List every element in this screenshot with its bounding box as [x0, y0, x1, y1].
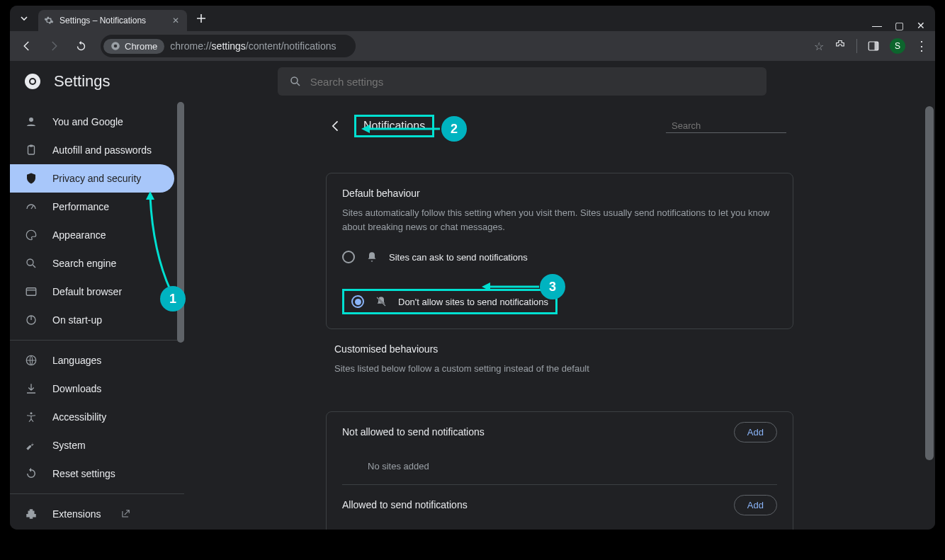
- search-icon: [289, 75, 302, 88]
- search-icon: [24, 257, 38, 270]
- profile-avatar[interactable]: S: [890, 38, 905, 54]
- settings-main: Notifications Default behaviour Sites au…: [184, 102, 935, 530]
- sidebar-item-languages[interactable]: Languages: [10, 346, 174, 375]
- palette-icon: [24, 229, 38, 241]
- sidebar-item-appearance[interactable]: Appearance: [10, 221, 174, 249]
- speedometer-icon: [24, 200, 38, 213]
- chrome-icon: [111, 41, 120, 51]
- sidebar-item-autofill[interactable]: Autofill and passwords: [10, 136, 174, 164]
- power-icon: [24, 314, 38, 326]
- browser-window: Settings – Notifications ✕ — ▢ ✕ Chrome: [10, 6, 935, 530]
- tab-bar: Settings – Notifications ✕ — ▢ ✕: [10, 6, 935, 31]
- settings-search[interactable]: [278, 67, 766, 96]
- customised-behaviours-card: Not allowed to send notifications Add No…: [326, 411, 793, 530]
- sidebar-item-you-and-google[interactable]: You and Google: [10, 108, 174, 136]
- radio-unselected-icon: [342, 251, 355, 263]
- svg-rect-10: [30, 145, 33, 147]
- sidebar-item-default-browser[interactable]: Default browser: [10, 278, 174, 306]
- default-behaviour-title: Default behaviour: [342, 188, 777, 199]
- svg-point-15: [30, 412, 33, 414]
- settings-sidebar: You and Google Autofill and passwords Pr…: [10, 102, 184, 530]
- tab-search-button[interactable]: [14, 8, 34, 28]
- gear-icon: [44, 16, 54, 25]
- wrench-icon: [24, 439, 38, 452]
- panel-search-input[interactable]: [672, 120, 791, 131]
- settings-title: Settings: [54, 72, 111, 91]
- accessibility-icon: [24, 411, 38, 423]
- radio-sites-can-ask[interactable]: Sites can ask to send notifications: [342, 246, 777, 268]
- settings-search-input[interactable]: [310, 76, 755, 88]
- sidebar-item-on-startup[interactable]: On start-up: [10, 306, 174, 334]
- side-panel-button[interactable]: [867, 40, 880, 52]
- bell-icon: [366, 251, 378, 263]
- external-link-icon: [120, 509, 130, 519]
- svg-rect-9: [28, 146, 35, 154]
- sidebar-item-extensions[interactable]: Extensions: [10, 500, 174, 528]
- not-allowed-row: Not allowed to send notifications Add: [327, 412, 793, 452]
- globe-icon: [24, 354, 38, 367]
- site-chip[interactable]: Chrome: [103, 39, 164, 54]
- back-button[interactable]: [17, 36, 37, 56]
- panel-title-highlight: Notifications: [354, 115, 434, 137]
- puzzle-icon: [24, 508, 38, 520]
- browser-menu-button[interactable]: ⋮: [915, 38, 928, 54]
- sidebar-item-performance[interactable]: Performance: [10, 193, 174, 221]
- tab-title: Settings – Notifications: [60, 16, 146, 25]
- sidebar-item-accessibility[interactable]: Accessibility: [10, 403, 174, 431]
- settings-app-header: Settings: [10, 61, 935, 102]
- sidebar-item-downloads[interactable]: Downloads: [10, 375, 174, 403]
- close-tab-button[interactable]: ✕: [170, 15, 181, 26]
- allowed-site-row[interactable]: P https://in.pinterest.com:443 ▸ ⋮: [327, 525, 793, 530]
- reload-button[interactable]: [71, 36, 91, 56]
- person-icon: [24, 115, 38, 128]
- restore-icon: [24, 467, 38, 480]
- svg-point-7: [291, 77, 298, 84]
- not-allowed-empty: No sites added: [327, 452, 793, 484]
- close-window-button[interactable]: ✕: [917, 20, 925, 31]
- address-bar[interactable]: Chrome chrome://settings/content/notific…: [101, 35, 356, 57]
- clipboard-icon: [24, 144, 38, 156]
- sidebar-item-privacy-security[interactable]: Privacy and security: [10, 164, 174, 193]
- svg-rect-12: [26, 288, 36, 296]
- svg-rect-3: [875, 42, 878, 50]
- sidebar-item-search-engine[interactable]: Search engine: [10, 249, 174, 278]
- svg-point-8: [29, 118, 33, 122]
- browser-icon: [24, 285, 38, 298]
- svg-point-1: [114, 45, 118, 48]
- panel-search[interactable]: [666, 119, 786, 133]
- sidebar-item-reset[interactable]: Reset settings: [10, 459, 174, 488]
- window-controls: — ▢ ✕: [872, 20, 931, 31]
- sidebar-item-system[interactable]: System: [10, 431, 174, 459]
- radio-dont-allow-highlight: Don't allow sites to send notifications: [342, 289, 558, 314]
- svg-point-11: [27, 259, 33, 265]
- sidebar-scrollbar[interactable]: [177, 102, 184, 343]
- radio-dont-allow[interactable]: Don't allow sites to send notifications: [351, 295, 548, 308]
- panel-header: Notifications: [319, 115, 800, 137]
- new-tab-button[interactable]: [191, 8, 211, 28]
- main-scrollbar[interactable]: [925, 106, 934, 460]
- add-not-allowed-button[interactable]: Add: [734, 422, 777, 442]
- browser-toolbar: Chrome chrome://settings/content/notific…: [10, 31, 935, 61]
- add-allowed-button[interactable]: Add: [734, 495, 777, 515]
- default-behaviour-card: Default behaviour Sites automatically fo…: [326, 173, 793, 329]
- allowed-row: Allowed to send notifications Add: [327, 485, 793, 525]
- svg-point-6: [30, 79, 35, 84]
- extensions-button[interactable]: [834, 40, 847, 52]
- bookmark-button[interactable]: ☆: [814, 40, 824, 53]
- bell-off-icon: [375, 296, 387, 307]
- customised-behaviours-header: Customised behaviours Sites listed below…: [319, 343, 800, 376]
- panel-back-button[interactable]: [326, 116, 346, 136]
- minimize-button[interactable]: —: [872, 20, 882, 31]
- chrome-logo-icon: [24, 73, 41, 90]
- download-icon: [24, 382, 38, 395]
- panel-title: Notifications: [363, 120, 425, 132]
- forward-button[interactable]: [44, 36, 64, 56]
- radio-selected-icon: [351, 295, 364, 308]
- url-text: chrome://settings/content/notifications: [164, 40, 336, 52]
- browser-tab[interactable]: Settings – Notifications ✕: [38, 10, 187, 31]
- maximize-button[interactable]: ▢: [895, 20, 904, 31]
- shield-icon: [24, 172, 38, 185]
- default-behaviour-desc: Sites automatically follow this setting …: [342, 206, 777, 234]
